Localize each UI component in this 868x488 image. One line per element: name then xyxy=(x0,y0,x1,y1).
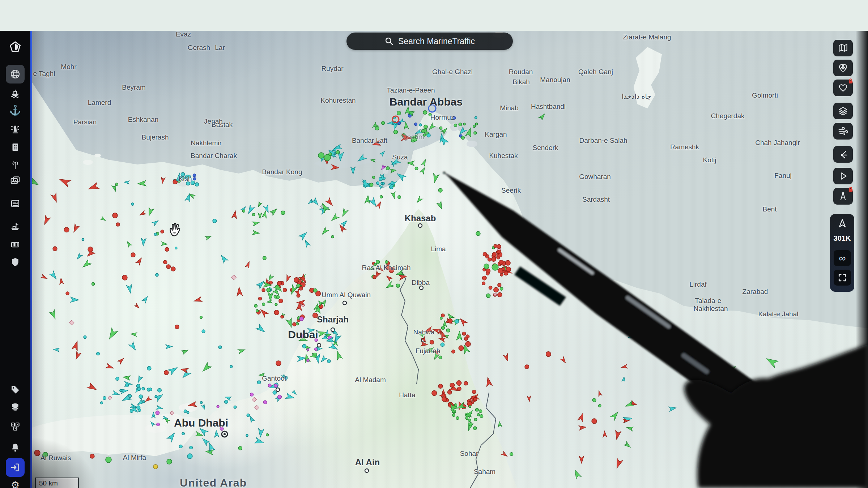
vessel-marker-red[interactable] xyxy=(448,390,452,394)
vessel-marker-red[interactable] xyxy=(505,260,510,265)
vessel-marker-green[interactable] xyxy=(382,121,385,125)
vessel-marker-red[interactable] xyxy=(166,265,170,269)
vessel-marker-red[interactable] xyxy=(276,361,281,366)
vessel-marker-red[interactable] xyxy=(483,252,487,256)
vessel-marker-cyan[interactable] xyxy=(184,410,187,412)
vessel-marker-red[interactable] xyxy=(279,299,283,303)
vessel-marker-green[interactable] xyxy=(263,256,266,260)
vessel-marker-green[interactable] xyxy=(318,153,324,158)
vessel-marker-green[interactable] xyxy=(475,408,478,411)
live-map[interactable]: e TaghiMohrEvazGerashLarBeyramLamerdPars… xyxy=(0,0,868,488)
sidebar-item-data-database-icon[interactable] xyxy=(6,398,25,417)
vessel-marker-cyan[interactable] xyxy=(213,219,217,223)
vessel-marker-green[interactable] xyxy=(375,126,379,130)
vessel-marker-cyan[interactable] xyxy=(82,238,84,240)
vessel-marker-cyan[interactable] xyxy=(376,182,379,185)
vessel-marker-red[interactable] xyxy=(494,244,497,248)
vessel-marker-red[interactable] xyxy=(165,248,169,252)
vessel-marker-red[interactable] xyxy=(297,294,300,297)
toolbar-measure-compass-icon[interactable] xyxy=(833,188,853,205)
vessel-marker-cyan[interactable] xyxy=(155,395,157,397)
vessel-marker-green[interactable] xyxy=(242,210,245,212)
vessel-marker-cyan[interactable] xyxy=(175,247,177,249)
vessel-marker-red[interactable] xyxy=(430,340,434,344)
vessel-marker-green[interactable] xyxy=(500,287,503,290)
vessel-marker-green[interactable] xyxy=(324,154,331,161)
vessel-marker-cyan[interactable] xyxy=(200,401,203,403)
vessel-marker-red[interactable] xyxy=(299,286,303,290)
vessel-marker-green[interactable] xyxy=(423,134,426,136)
vessel-marker-green[interactable] xyxy=(438,188,442,192)
vessel-marker-red[interactable] xyxy=(34,450,40,456)
vessel-marker-magenta[interactable] xyxy=(250,393,254,396)
sidebar-item-companies-building-icon[interactable] xyxy=(6,138,25,157)
vessel-marker-red[interactable] xyxy=(502,267,505,270)
vessel-marker-red[interactable] xyxy=(90,454,94,458)
vessel-marker-green[interactable] xyxy=(465,417,468,419)
vessel-marker-cyan[interactable] xyxy=(187,411,189,414)
vessel-marker-cyan[interactable] xyxy=(247,414,250,417)
vessel-marker-red[interactable] xyxy=(175,325,179,329)
sidebar-item-insurance-shield-icon[interactable] xyxy=(6,253,25,271)
vessel-marker-red[interactable] xyxy=(116,223,120,226)
vessel-marker-cyan[interactable] xyxy=(139,395,142,398)
vessel-marker-cyan[interactable] xyxy=(273,391,276,394)
vessel-marker-green[interactable] xyxy=(424,125,427,128)
vessel-marker-red[interactable] xyxy=(497,244,501,248)
vessel-marker-cyan[interactable] xyxy=(191,181,195,185)
sidebar-item-vessels-ship-icon[interactable] xyxy=(6,84,25,102)
vessel-marker-cyan[interactable] xyxy=(128,394,131,398)
vessel-marker-green[interactable] xyxy=(463,123,465,125)
vessel-marker-red[interactable] xyxy=(472,390,476,394)
vessel-marker-cyan[interactable] xyxy=(116,377,119,381)
vessel-marker-red[interactable] xyxy=(546,352,551,357)
vessel-marker-red[interactable] xyxy=(258,297,261,300)
vessel-marker-green[interactable] xyxy=(106,457,111,463)
vessel-marker-green[interactable] xyxy=(336,150,340,154)
vessel-marker-red[interactable] xyxy=(131,253,135,257)
vessel-marker-red[interactable] xyxy=(456,381,461,386)
vessel-marker-red[interactable] xyxy=(441,314,444,317)
vessel-marker-cyan[interactable] xyxy=(158,388,162,392)
vessel-marker-red[interactable] xyxy=(281,315,284,318)
toolbar-filters-venn-icon[interactable] xyxy=(833,60,853,76)
vessel-marker-cyan[interactable] xyxy=(391,181,394,185)
vessel-marker-green[interactable] xyxy=(469,423,472,426)
vessel-marker-magenta[interactable] xyxy=(217,405,219,408)
toolbar-routes-route-icon[interactable] xyxy=(833,146,853,163)
toolbar-playback-play-icon[interactable] xyxy=(833,168,853,184)
vessel-marker-green[interactable] xyxy=(413,137,417,141)
vessel-marker-cyan[interactable] xyxy=(154,233,157,235)
vessel-marker-red[interactable] xyxy=(459,346,464,351)
vessel-marker-cyan[interactable] xyxy=(225,400,228,403)
vessel-counter-panel[interactable]: 301K∞ xyxy=(830,214,854,292)
vessel-marker-green[interactable] xyxy=(440,317,442,320)
vessel-marker-green[interactable] xyxy=(374,263,376,266)
vessel-marker-green[interactable] xyxy=(373,176,375,179)
toolbar-weather-wind-icon[interactable] xyxy=(833,123,853,140)
vessel-marker-red[interactable] xyxy=(66,292,69,295)
vessel-marker-cyan[interactable] xyxy=(455,320,459,324)
vessel-marker-red[interactable] xyxy=(163,260,167,264)
vessel-marker-green[interactable] xyxy=(281,211,285,215)
vessel-marker-green[interactable] xyxy=(477,414,480,416)
vessel-marker-red[interactable] xyxy=(294,278,299,283)
toolbar-map-style-map-icon[interactable] xyxy=(833,40,853,56)
vessel-marker-magenta[interactable] xyxy=(307,348,309,351)
vessel-marker-cyan[interactable] xyxy=(187,454,192,459)
vessel-marker-green[interactable] xyxy=(439,127,442,129)
vessel-marker-cyan[interactable] xyxy=(131,203,134,205)
vessel-marker-green[interactable] xyxy=(473,125,476,128)
vessel-marker-cyan[interactable] xyxy=(181,172,184,176)
vessel-marker-green[interactable] xyxy=(492,264,498,270)
sidebar-item-logo-logo-icon[interactable] xyxy=(6,38,25,56)
vessel-marker-red[interactable] xyxy=(293,322,296,326)
vessel-marker-red[interactable] xyxy=(498,250,501,253)
vessel-marker-green[interactable] xyxy=(454,404,457,406)
sidebar-item-containers-container-icon[interactable] xyxy=(6,235,25,254)
vessel-marker-pink[interactable] xyxy=(494,293,496,296)
vessel-marker-cyan[interactable] xyxy=(382,182,384,184)
vessel-marker-cyan[interactable] xyxy=(230,365,233,368)
vessel-marker-red[interactable] xyxy=(500,273,503,276)
vessel-marker-red[interactable] xyxy=(482,282,485,285)
